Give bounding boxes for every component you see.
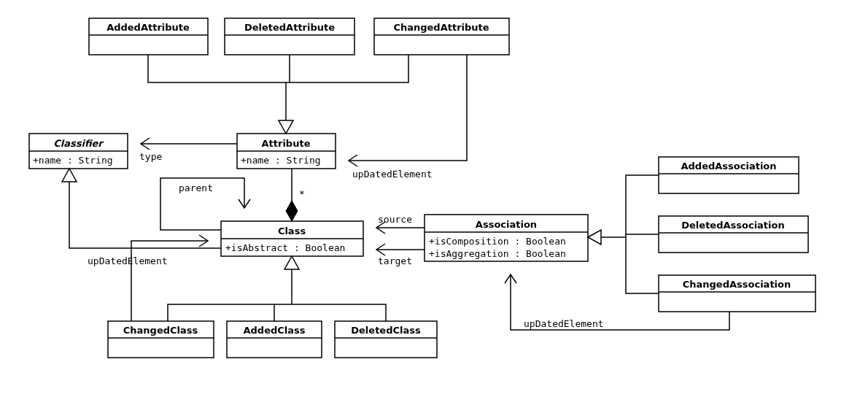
assoc-attribute-type-classifier: type: [139, 138, 237, 162]
class-attr: +isAggregation : Boolean: [429, 248, 566, 259]
class-title: Attribute: [262, 138, 311, 149]
class-classifier: Classifier +name : String: [29, 134, 128, 169]
class-title: DeletedAttribute: [244, 22, 335, 33]
assoc-association-source-class: source: [376, 214, 425, 234]
class-association: Association +isComposition : Boolean +is…: [425, 215, 588, 261]
svg-marker-30: [62, 169, 77, 182]
class-title: DeletedClass: [351, 325, 421, 336]
class-title: ChangedClass: [123, 325, 198, 336]
class-title: AddedAssociation: [681, 161, 776, 172]
gen-class-subclasses: [168, 256, 386, 321]
class-changed-association: ChangedAssociation: [659, 275, 815, 312]
class-attr: +name : String: [241, 155, 321, 166]
role-label: upDatedElement: [352, 169, 433, 180]
class-title: AddedClass: [243, 325, 305, 336]
class-added-attribute: AddedAttribute: [89, 18, 208, 55]
class-attr: +isComposition : Boolean: [429, 236, 566, 247]
role-label: type: [139, 151, 162, 162]
role-label: source: [378, 214, 412, 225]
class-changed-class: ChangedClass: [108, 321, 214, 358]
uml-class-diagram: AddedAttribute DeletedAttribute ChangedA…: [0, 0, 868, 408]
gen-association-subclasses: [588, 175, 659, 293]
class-title: Class: [278, 226, 306, 236]
class-title: AddedAttribute: [106, 22, 190, 33]
class-attr: +name : String: [33, 155, 113, 166]
class-class: Class +isAbstract : Boolean: [221, 221, 363, 256]
class-changed-attribute: ChangedAttribute: [374, 18, 509, 55]
class-added-association: AddedAssociation: [659, 157, 799, 193]
class-deleted-association: DeletedAssociation: [659, 216, 808, 253]
role-label: upDatedElement: [524, 318, 604, 329]
comp-class-attributes: *: [286, 169, 305, 221]
class-deleted-attribute: DeletedAttribute: [225, 18, 354, 55]
class-deleted-class: DeletedClass: [335, 321, 437, 358]
svg-marker-40: [588, 230, 601, 245]
class-title: DeletedAssociation: [681, 220, 784, 231]
class-title: Association: [476, 219, 537, 230]
mult-label: *: [299, 188, 305, 199]
role-label: parent: [179, 182, 213, 193]
gen-class-classifier: [62, 169, 221, 248]
svg-marker-37: [284, 256, 299, 269]
class-added-class: AddedClass: [227, 321, 322, 358]
assoc-association-target-class: target: [376, 244, 425, 266]
class-title: ChangedAttribute: [393, 22, 489, 33]
class-title: Classifier: [53, 138, 104, 149]
gen-attr-subclasses: [148, 55, 408, 134]
class-attribute: Attribute +name : String: [237, 134, 336, 169]
class-attr: +isAbstract : Boolean: [225, 242, 345, 253]
svg-marker-28: [279, 120, 293, 134]
assoc-changedattribute-updatedelement: upDatedElement: [349, 55, 467, 180]
class-title: ChangedAssociation: [683, 279, 791, 290]
svg-marker-32: [286, 201, 298, 221]
role-label: target: [378, 255, 412, 266]
role-label: upDatedElement: [88, 255, 168, 266]
